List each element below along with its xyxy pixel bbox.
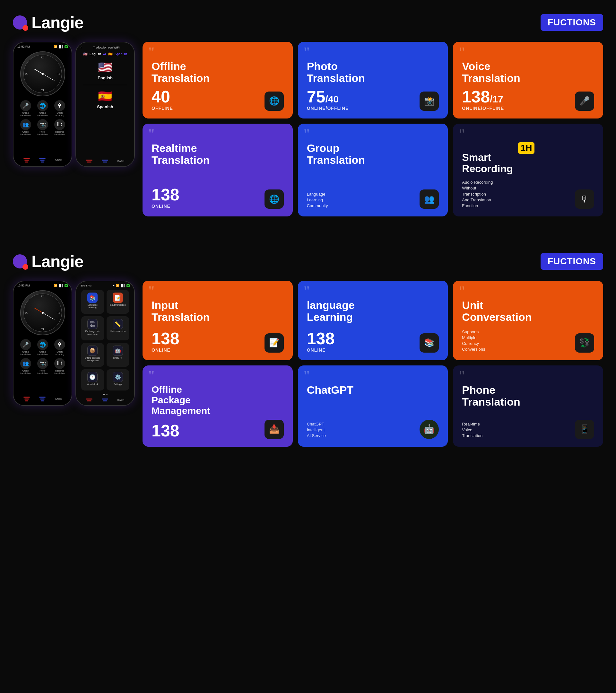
watch-face-1: XII III VI IX (20, 52, 65, 96)
app-icon-smart-recording[interactable]: 🎙 Smartrecording (52, 100, 67, 117)
card-3-icon: 🎤 (575, 92, 594, 111)
app-icon-online-translation-label: Onlinetranslation (20, 112, 30, 117)
card-offline-translation[interactable]: " OfflineTranslation 40 OFFLINE 🌐 (143, 42, 293, 119)
card-smart-recording[interactable]: " SmartRecording 1H Audio RecordingWitho… (453, 124, 603, 216)
battery-icon-2: ■ (64, 284, 68, 287)
cards-grid-2: " InputTranslation 138 ONLINE 📝 " langua… (143, 281, 603, 447)
bottom-bar4-icon-1[interactable] (86, 398, 93, 401)
bar3-red-2 (24, 398, 29, 399)
flag-item-english: 🇺🇸 English (83, 61, 127, 80)
app-icon-offline-translation[interactable]: 🌐 Offlinetranslation (35, 100, 50, 117)
back-label-2[interactable]: BACK (118, 160, 125, 162)
back-label-4[interactable]: BACK (118, 398, 125, 401)
card-2-title: PhotoTranslation (307, 60, 439, 84)
app-icon-smart-recording-label: Smartrecording (55, 112, 64, 117)
bottom-bar-icon-2[interactable] (39, 158, 46, 162)
menu-label-language: Language learning (84, 304, 101, 309)
app-icon-photo-2-label: Phototranslation (37, 370, 47, 375)
bottom-bar2-icon-2[interactable] (102, 160, 108, 162)
bottom-bar2-icon-1[interactable] (86, 160, 93, 162)
back-label-3[interactable]: BACK (55, 398, 62, 400)
back-arrow[interactable]: ‹ (81, 45, 82, 49)
card-photo-translation[interactable]: " PhotoTranslation 75/40 ONLINE/OFFLINE … (298, 42, 448, 119)
app-icon-smart-recording-img: 🎙 (54, 100, 65, 111)
card-5-title: GroupTranslation (307, 142, 439, 166)
menu-item-worldclock[interactable]: 🕐 World clock (81, 369, 104, 391)
card-group-translation[interactable]: " GroupTranslation LanguageLearningCommu… (298, 124, 448, 216)
app-icon-realtime-2-img: 🎞 (54, 358, 65, 369)
card-8-bottom: 138 ONLINE 📚 (307, 330, 439, 353)
card-12-bottom: Real-timeVoiceTranslation 📱 (462, 419, 594, 439)
menu-item-input-translation[interactable]: 📝 Input translation (107, 290, 129, 314)
card-9-icon: 💱 (575, 333, 594, 353)
content-area-1: 13:52 PM 📶 ▐▌▌ ■ XII III VI I (13, 42, 603, 216)
menu-label-settings: Settings (114, 383, 122, 386)
card-5-bottom: LanguageLearningCommunity 👥 (307, 190, 439, 209)
card-offline-package[interactable]: " OfflinePackageManagement 138 📥 (143, 365, 293, 447)
battery-icon-3: ■ (126, 284, 130, 287)
app-icon-group-translation[interactable]: 👥 Grouptranslation (18, 119, 33, 136)
app-icon-realtime-translation[interactable]: 🎞 Realtimetranslation (52, 119, 67, 136)
bar3-blue-3 (41, 400, 44, 401)
phone-3-time: 13:52 PM (17, 284, 30, 287)
menu-label-input: Input translation (110, 304, 126, 306)
menu-icon-unit: 📏 (113, 319, 123, 329)
phone-4-bottom: BACK (78, 397, 132, 403)
app-icon-online-translation-img: 🎤 (20, 100, 31, 111)
bottom-bar4-icon-2[interactable] (102, 398, 108, 401)
wifi-icon-2: 📶 (54, 284, 57, 287)
menu-item-chatgpt[interactable]: 🤖 ChatGPT (107, 343, 129, 367)
bottom-bar-icon-1[interactable] (23, 158, 30, 162)
phones-area-2: 13:52 PM 📶 ▐▌▌ ■ XII III VI I (13, 281, 135, 406)
app-icon-group-2[interactable]: 👥 Grouptranslation (18, 358, 33, 375)
phones-area-1: 13:52 PM 📶 ▐▌▌ ■ XII III VI I (13, 42, 135, 167)
bottom-bar3-icon-2[interactable] (39, 397, 46, 401)
menu-item-offline-pkg[interactable]: 📦 Offline packagemanagement (81, 343, 104, 367)
app-icon-online-2[interactable]: 🎤 Onlinetranslation (18, 339, 33, 356)
card-4-title: RealtimeTranslation (151, 142, 284, 166)
english-flag: 🇺🇸 (98, 61, 112, 74)
card-voice-translation[interactable]: " VoiceTranslation 138/17 ONLINE/OFFLINE… (453, 42, 603, 119)
card-11-quote: " (303, 371, 310, 381)
bar-red-2 (24, 160, 29, 161)
lang-swap-icon[interactable]: ⇌ (103, 52, 106, 56)
menu-item-settings[interactable]: ⚙️ Settings (107, 369, 129, 391)
card-language-learning[interactable]: " languageLearning 138 ONLINE 📚 (298, 281, 448, 360)
back-label-1[interactable]: BACK (55, 159, 62, 161)
bottom-bar3-icon-1[interactable] (23, 397, 30, 401)
app-icon-photo-translation-label: Phototranslation (37, 131, 47, 136)
bar2-blue-2 (103, 161, 107, 162)
card-8-count: 138 (307, 330, 335, 347)
card-phone-translation[interactable]: " PhoneTranslation Real-timeVoiceTransla… (453, 365, 603, 447)
app-icon-photo-translation[interactable]: 📷 Phototranslation (35, 119, 50, 136)
app-icon-smart-2[interactable]: 🎙 Smartrecording (52, 339, 67, 356)
card-6-title-row: SmartRecording 1H (462, 142, 594, 174)
card-12-desc: Real-timeVoiceTranslation (462, 421, 482, 439)
bar4-red-2 (87, 400, 91, 401)
card-input-translation[interactable]: " InputTranslation 138 ONLINE 📝 (143, 281, 293, 360)
logo-1: Langie (13, 13, 83, 32)
bar3-red-3 (25, 400, 28, 401)
app-icon-online-translation[interactable]: 🎤 Onlinetranslation (18, 100, 33, 117)
phone-2-screen: ‹ Traducción con WIFI 🇺🇸 English ⇌ 🇪🇸 Sp… (76, 42, 134, 166)
app-icon-photo-2[interactable]: 📷 Phototranslation (35, 358, 50, 375)
card-chatgpt[interactable]: " ChatGPT ChatGPTIntelligentAI Service 🤖 (298, 365, 448, 447)
phone-3-screen: 13:52 PM 📶 ▐▌▌ ■ XII III VI I (14, 281, 71, 405)
app-icon-offline-translation-label: Offlinetranslation (37, 112, 47, 117)
menu-item-unit[interactable]: 📏 Unit conversion (107, 316, 129, 340)
card-realtime-translation[interactable]: " RealtimeTranslation 138 ONLINE 🌐 (143, 124, 293, 216)
app-icon-offline-2[interactable]: 🌐 Offlinetranslation (35, 339, 50, 356)
card-1-title: OfflineTranslation (151, 60, 284, 84)
app-icon-realtime-2[interactable]: 🎞 Realtimetranslation (52, 358, 67, 375)
lang-switcher[interactable]: 🇺🇸 English ⇌ 🇪🇸 Spanish (78, 51, 132, 58)
card-8-title: languageLearning (307, 299, 439, 323)
card-unit-conversation[interactable]: " UnitConversation SupportsMultipleCurre… (453, 281, 603, 360)
menu-item-exchange[interactable]: kmdm Exchange rateconversion (81, 316, 104, 340)
watch-inner-1: XII III VI IX (23, 55, 62, 93)
app-icon-group-translation-label: Grouptranslation (20, 131, 30, 136)
phone-1-screen: 13:52 PM 📶 ▐▌▌ ■ XII III VI I (14, 42, 71, 166)
card-1-icon: 🌐 (265, 92, 284, 111)
card-12-icon: 📱 (575, 420, 594, 439)
menu-item-language-learning[interactable]: 📚 Language learning (81, 290, 104, 314)
card-7-subtitle: ONLINE (151, 348, 180, 353)
